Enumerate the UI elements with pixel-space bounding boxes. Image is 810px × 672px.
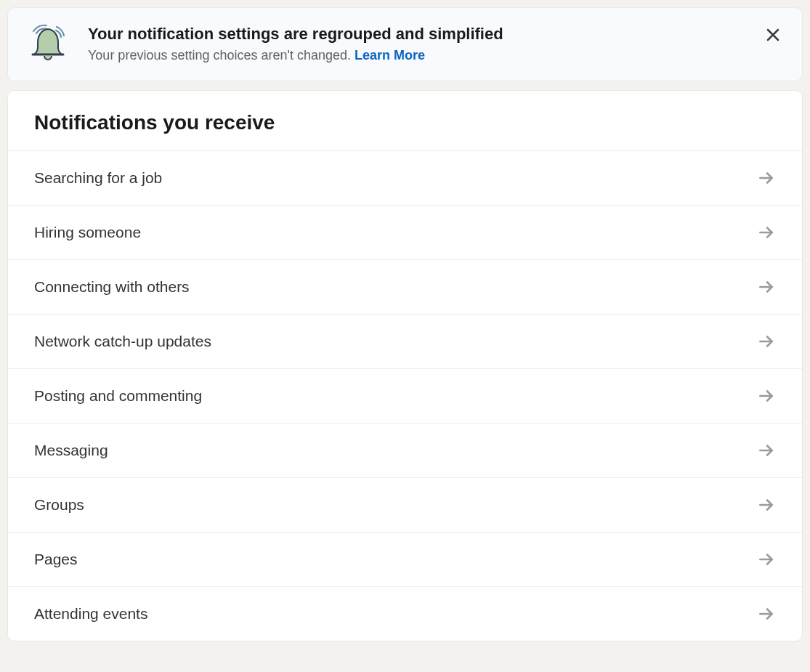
notifications-card: Notifications you receive Searching for … xyxy=(7,90,803,641)
notification-row[interactable]: Hiring someone xyxy=(8,205,802,259)
banner-subtext-text: Your previous setting choices aren't cha… xyxy=(88,48,355,62)
notification-row[interactable]: Messaging xyxy=(8,423,802,477)
close-banner-button[interactable] xyxy=(761,24,785,47)
notification-row[interactable]: Pages xyxy=(8,532,802,586)
arrow-right-icon xyxy=(757,169,776,187)
arrow-right-icon xyxy=(757,332,776,351)
learn-more-link[interactable]: Learn More xyxy=(355,48,425,62)
arrow-right-icon xyxy=(757,386,776,405)
close-icon xyxy=(766,28,780,44)
arrow-right-icon xyxy=(757,223,776,242)
notification-row[interactable]: Posting and commenting xyxy=(8,368,802,423)
banner-title: Your notification settings are regrouped… xyxy=(88,24,745,45)
bell-icon xyxy=(25,21,72,68)
arrow-right-icon xyxy=(757,495,776,514)
row-label: Pages xyxy=(34,551,78,568)
banner-text: Your notification settings are regrouped… xyxy=(88,21,745,63)
row-label: Attending events xyxy=(34,605,147,623)
row-label: Messaging xyxy=(34,442,108,459)
row-label: Network catch-up updates xyxy=(34,333,211,350)
notification-row[interactable]: Searching for a job xyxy=(8,150,802,205)
row-label: Groups xyxy=(34,496,84,514)
card-title: Notifications you receive xyxy=(8,91,802,150)
arrow-right-icon xyxy=(757,604,776,623)
arrow-right-icon xyxy=(757,550,776,569)
notification-rows: Searching for a jobHiring someoneConnect… xyxy=(8,150,802,641)
arrow-right-icon xyxy=(757,278,776,296)
notification-row[interactable]: Connecting with others xyxy=(8,259,802,314)
row-label: Searching for a job xyxy=(34,169,162,187)
settings-update-banner: Your notification settings are regrouped… xyxy=(7,7,803,81)
notification-row[interactable]: Groups xyxy=(8,477,802,532)
arrow-right-icon xyxy=(757,441,776,460)
notification-row[interactable]: Network catch-up updates xyxy=(8,314,802,368)
banner-subtext: Your previous setting choices aren't cha… xyxy=(88,48,745,63)
row-label: Hiring someone xyxy=(34,224,141,241)
row-label: Connecting with others xyxy=(34,278,190,296)
notification-row[interactable]: Attending events xyxy=(8,586,802,641)
row-label: Posting and commenting xyxy=(34,387,202,405)
